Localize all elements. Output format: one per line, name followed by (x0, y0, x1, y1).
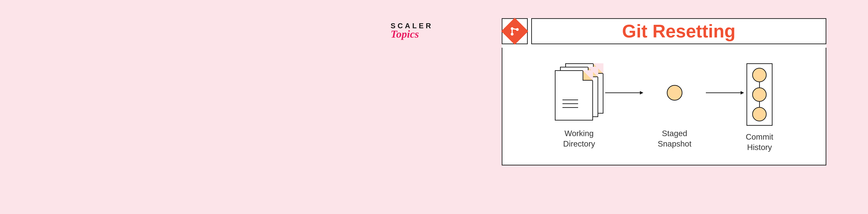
arrow-icon (704, 63, 746, 122)
staged-snapshot-column: StagedSnapshot (645, 63, 704, 149)
working-directory-column: WorkingDirectory (555, 63, 603, 149)
svg-marker-8 (741, 91, 744, 95)
working-directory-label: WorkingDirectory (563, 128, 595, 149)
git-badge (502, 18, 528, 44)
diagram-body: WorkingDirectory StagedSnapshot (502, 48, 826, 166)
staged-snapshot-label: StagedSnapshot (658, 128, 691, 149)
diagram-card: Git Resetting WorkingDirectory (502, 18, 826, 166)
commit-history-column: CommitHistory (746, 63, 773, 153)
git-icon (501, 18, 528, 45)
svg-marker-6 (640, 91, 643, 95)
snapshot-icon (645, 63, 704, 122)
brand-logo: SCALER Topics (391, 22, 433, 40)
diagram-title: Git Resetting (622, 21, 735, 42)
diagram-title-box: Git Resetting (531, 18, 826, 44)
commit-history-label: CommitHistory (746, 132, 773, 153)
arrow-icon (603, 63, 645, 122)
commit-history-icon (746, 63, 773, 126)
diagram-header: Git Resetting (502, 18, 826, 44)
files-stack-icon (555, 63, 603, 122)
